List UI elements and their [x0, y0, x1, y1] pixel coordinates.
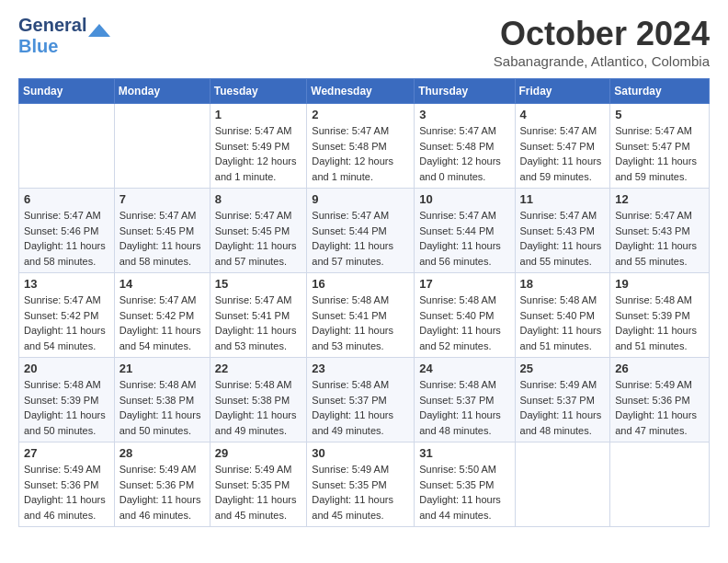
- day-cell: 25 Sunrise: 5:49 AMSunset: 5:37 PMDaylig…: [515, 358, 610, 442]
- day-cell: 11 Sunrise: 5:47 AMSunset: 5:43 PMDaylig…: [515, 189, 610, 273]
- day-number: 10: [419, 192, 509, 206]
- day-cell: 2 Sunrise: 5:47 AMSunset: 5:48 PMDayligh…: [307, 104, 415, 189]
- day-cell: 8 Sunrise: 5:47 AMSunset: 5:45 PMDayligh…: [210, 189, 307, 273]
- day-detail: Sunrise: 5:47 AMSunset: 5:46 PMDaylight:…: [24, 210, 106, 267]
- day-number: 2: [312, 108, 409, 121]
- day-detail: Sunrise: 5:49 AMSunset: 5:36 PMDaylight:…: [24, 464, 106, 521]
- day-number: 16: [312, 277, 409, 291]
- day-cell: 26 Sunrise: 5:49 AMSunset: 5:36 PMDaylig…: [610, 358, 710, 442]
- header-cell-tuesday: Tuesday: [210, 79, 307, 104]
- day-number: 23: [312, 362, 409, 375]
- day-cell: [515, 442, 610, 527]
- day-detail: Sunrise: 5:49 AMSunset: 5:35 PMDaylight:…: [215, 464, 297, 521]
- day-number: 7: [119, 192, 205, 206]
- day-cell: 17 Sunrise: 5:48 AMSunset: 5:40 PMDaylig…: [415, 273, 515, 358]
- day-number: 18: [520, 277, 606, 291]
- day-number: 8: [215, 192, 302, 206]
- calendar-page: General Blue October 2024 Sabanagrande, …: [0, 0, 728, 542]
- day-number: 21: [119, 362, 205, 375]
- day-cell: 7 Sunrise: 5:47 AMSunset: 5:45 PMDayligh…: [114, 189, 210, 273]
- day-number: 6: [24, 192, 109, 206]
- day-detail: Sunrise: 5:47 AMSunset: 5:47 PMDaylight:…: [615, 125, 697, 182]
- day-detail: Sunrise: 5:50 AMSunset: 5:35 PMDaylight:…: [419, 464, 501, 521]
- day-number: 29: [215, 446, 302, 460]
- day-detail: Sunrise: 5:49 AMSunset: 5:36 PMDaylight:…: [615, 379, 697, 436]
- day-detail: Sunrise: 5:48 AMSunset: 5:39 PMDaylight:…: [24, 379, 106, 436]
- day-number: 20: [24, 362, 109, 375]
- day-cell: [610, 442, 710, 527]
- logo-line2: Blue: [18, 36, 86, 57]
- location-subtitle: Sabanagrande, Atlantico, Colombia: [494, 53, 710, 69]
- day-cell: 21 Sunrise: 5:48 AMSunset: 5:38 PMDaylig…: [114, 358, 210, 442]
- day-detail: Sunrise: 5:47 AMSunset: 5:49 PMDaylight:…: [215, 125, 297, 182]
- day-cell: 5 Sunrise: 5:47 AMSunset: 5:47 PMDayligh…: [610, 104, 710, 189]
- day-number: 9: [312, 192, 409, 206]
- day-number: 27: [24, 446, 109, 460]
- header-cell-thursday: Thursday: [415, 79, 515, 104]
- day-cell: 10 Sunrise: 5:47 AMSunset: 5:44 PMDaylig…: [415, 189, 515, 273]
- header-cell-wednesday: Wednesday: [307, 79, 415, 104]
- week-row-1: 1 Sunrise: 5:47 AMSunset: 5:49 PMDayligh…: [19, 104, 710, 189]
- month-title: October 2024: [494, 15, 710, 53]
- day-number: 13: [24, 277, 109, 291]
- header-cell-sunday: Sunday: [19, 79, 115, 104]
- title-area: October 2024 Sabanagrande, Atlantico, Co…: [494, 15, 710, 69]
- day-cell: 31 Sunrise: 5:50 AMSunset: 5:35 PMDaylig…: [415, 442, 515, 527]
- day-detail: Sunrise: 5:49 AMSunset: 5:37 PMDaylight:…: [520, 379, 602, 436]
- day-cell: 15 Sunrise: 5:47 AMSunset: 5:41 PMDaylig…: [210, 273, 307, 358]
- day-detail: Sunrise: 5:48 AMSunset: 5:38 PMDaylight:…: [215, 379, 297, 436]
- day-cell: 23 Sunrise: 5:48 AMSunset: 5:37 PMDaylig…: [307, 358, 415, 442]
- header-cell-monday: Monday: [114, 79, 210, 104]
- day-detail: Sunrise: 5:49 AMSunset: 5:35 PMDaylight:…: [312, 464, 393, 521]
- day-cell: 19 Sunrise: 5:48 AMSunset: 5:39 PMDaylig…: [610, 273, 710, 358]
- day-number: 11: [520, 192, 606, 206]
- day-detail: Sunrise: 5:48 AMSunset: 5:41 PMDaylight:…: [312, 294, 393, 351]
- logo-triangle-icon: [88, 19, 110, 41]
- day-number: 28: [119, 446, 205, 460]
- svg-marker-0: [88, 24, 110, 37]
- day-cell: 20 Sunrise: 5:48 AMSunset: 5:39 PMDaylig…: [19, 358, 115, 442]
- day-cell: 14 Sunrise: 5:47 AMSunset: 5:42 PMDaylig…: [114, 273, 210, 358]
- day-cell: 29 Sunrise: 5:49 AMSunset: 5:35 PMDaylig…: [210, 442, 307, 527]
- day-number: 12: [615, 192, 704, 206]
- day-cell: 28 Sunrise: 5:49 AMSunset: 5:36 PMDaylig…: [114, 442, 210, 527]
- day-detail: Sunrise: 5:47 AMSunset: 5:45 PMDaylight:…: [119, 210, 201, 267]
- day-cell: 6 Sunrise: 5:47 AMSunset: 5:46 PMDayligh…: [19, 189, 115, 273]
- day-cell: 9 Sunrise: 5:47 AMSunset: 5:44 PMDayligh…: [307, 189, 415, 273]
- day-detail: Sunrise: 5:47 AMSunset: 5:43 PMDaylight:…: [615, 210, 697, 267]
- day-number: 5: [615, 108, 704, 121]
- day-number: 24: [419, 362, 509, 375]
- day-detail: Sunrise: 5:48 AMSunset: 5:37 PMDaylight:…: [312, 379, 393, 436]
- day-number: 15: [215, 277, 302, 291]
- week-row-5: 27 Sunrise: 5:49 AMSunset: 5:36 PMDaylig…: [19, 442, 710, 527]
- day-cell: 1 Sunrise: 5:47 AMSunset: 5:49 PMDayligh…: [210, 104, 307, 189]
- week-row-2: 6 Sunrise: 5:47 AMSunset: 5:46 PMDayligh…: [19, 189, 710, 273]
- logo-line1: General: [18, 15, 86, 36]
- day-cell: 3 Sunrise: 5:47 AMSunset: 5:48 PMDayligh…: [415, 104, 515, 189]
- day-detail: Sunrise: 5:47 AMSunset: 5:42 PMDaylight:…: [24, 294, 106, 351]
- header: General Blue October 2024 Sabanagrande, …: [18, 15, 710, 69]
- day-cell: 30 Sunrise: 5:49 AMSunset: 5:35 PMDaylig…: [307, 442, 415, 527]
- day-number: 22: [215, 362, 302, 375]
- header-row: SundayMondayTuesdayWednesdayThursdayFrid…: [19, 79, 710, 104]
- day-detail: Sunrise: 5:47 AMSunset: 5:44 PMDaylight:…: [312, 210, 393, 267]
- day-detail: Sunrise: 5:48 AMSunset: 5:37 PMDaylight:…: [419, 379, 501, 436]
- day-number: 25: [520, 362, 606, 375]
- day-number: 4: [520, 108, 606, 121]
- day-number: 17: [419, 277, 509, 291]
- day-detail: Sunrise: 5:47 AMSunset: 5:45 PMDaylight:…: [215, 210, 297, 267]
- header-cell-saturday: Saturday: [610, 79, 710, 104]
- logo: General Blue: [18, 15, 110, 57]
- week-row-4: 20 Sunrise: 5:48 AMSunset: 5:39 PMDaylig…: [19, 358, 710, 442]
- day-detail: Sunrise: 5:48 AMSunset: 5:40 PMDaylight:…: [419, 294, 501, 351]
- day-detail: Sunrise: 5:47 AMSunset: 5:48 PMDaylight:…: [312, 125, 393, 182]
- day-number: 31: [419, 446, 509, 460]
- day-cell: 18 Sunrise: 5:48 AMSunset: 5:40 PMDaylig…: [515, 273, 610, 358]
- day-cell: [114, 104, 210, 189]
- week-row-3: 13 Sunrise: 5:47 AMSunset: 5:42 PMDaylig…: [19, 273, 710, 358]
- day-number: 19: [615, 277, 704, 291]
- day-cell: 13 Sunrise: 5:47 AMSunset: 5:42 PMDaylig…: [19, 273, 115, 358]
- day-detail: Sunrise: 5:48 AMSunset: 5:39 PMDaylight:…: [615, 294, 697, 351]
- day-number: 30: [312, 446, 409, 460]
- day-number: 3: [419, 108, 509, 121]
